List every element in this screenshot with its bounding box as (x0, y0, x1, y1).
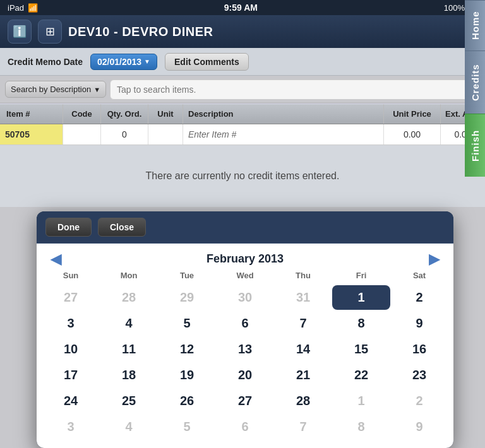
grid-icon: ⊞ (45, 25, 55, 38)
calendar-day-3-3[interactable]: 20 (216, 363, 274, 387)
calendar-day-3-1[interactable]: 18 (100, 363, 158, 387)
calendar-day-0-3: 30 (216, 285, 274, 310)
calendar-day-3-4[interactable]: 21 (274, 363, 332, 387)
calendar-day-0-1: 28 (100, 285, 158, 310)
calendar-week-5: 242526272812 (42, 389, 448, 413)
calendar-week-4: 17181920212223 (42, 363, 448, 387)
calendar-overlay: Done Close ◀ February 2013 ▶ Sun Mon Tue… (37, 211, 453, 448)
calendar-day-1-6[interactable]: 9 (390, 311, 448, 336)
col-header-code: Code (63, 104, 101, 124)
calendar-toolbar: Done Close (37, 211, 453, 244)
calendar-body: ◀ February 2013 ▶ Sun Mon Tue Wed Thu Fr… (37, 244, 453, 448)
col-header-unit: Unit (148, 104, 183, 124)
calendar-week-1: 272829303112 (42, 285, 448, 310)
cell-unit (148, 124, 183, 144)
right-sidebar: Home Credits Finish (465, 0, 485, 448)
header-bar: ℹ️ ⊞ DEV10 - DEVRO DINER (0, 15, 485, 48)
calendar-day-4-3[interactable]: 27 (216, 389, 274, 413)
calendar-day-2-0[interactable]: 10 (42, 337, 100, 362)
credit-memo-label: Credit Memo Date (8, 57, 83, 67)
calendar-day-5-3: 6 (216, 415, 274, 439)
calendar-day-4-0[interactable]: 24 (42, 389, 100, 413)
chevron-down-icon: ▼ (93, 86, 100, 93)
calendar-week-6: 3456789 (42, 415, 448, 439)
grid-button[interactable]: ⊞ (38, 20, 62, 44)
calendar-day-3-5[interactable]: 22 (332, 363, 390, 387)
status-left: iPad 📶 (8, 3, 38, 13)
info-icon: ℹ️ (13, 25, 27, 38)
calendar-day-2-6[interactable]: 16 (390, 337, 448, 362)
no-items-message: There are currently no credit items ente… (0, 145, 485, 207)
calendar-day-3-0[interactable]: 17 (42, 363, 100, 387)
cell-qty: 0 (101, 124, 148, 144)
calendar-day-2-3[interactable]: 13 (216, 337, 274, 362)
calendar-done-button[interactable]: Done (45, 218, 92, 237)
edit-comments-button[interactable]: Edit Comments (165, 53, 249, 71)
calendar-day-5-4: 7 (274, 415, 332, 439)
calendar-day-0-0: 27 (42, 285, 100, 310)
calendar-grid: Sun Mon Tue Wed Thu Fri Sat 272829303112… (37, 269, 453, 448)
sidebar-tab-credits[interactable]: Credits (465, 50, 485, 114)
status-bar: iPad 📶 9:59 AM 100% 🔋 (0, 0, 485, 15)
calendar-day-headers: Sun Mon Tue Wed Thu Fri Sat (42, 269, 448, 285)
col-header-description: Description (183, 104, 384, 124)
calendar-day-2-5[interactable]: 15 (332, 337, 390, 362)
calendar-month-title: February 2013 (207, 252, 284, 266)
calendar-day-1-4[interactable]: 7 (274, 311, 332, 336)
calendar-day-2-1[interactable]: 11 (100, 337, 158, 362)
day-header-tue: Tue (158, 271, 216, 280)
calendar-day-4-4[interactable]: 28 (274, 389, 332, 413)
calendar-day-1-1[interactable]: 4 (100, 311, 158, 336)
search-by-description-button[interactable]: Search by Description ▼ (5, 81, 106, 98)
credits-tab-label: Credits (470, 64, 481, 101)
calendar-day-3-2[interactable]: 19 (158, 363, 216, 387)
status-time: 9:59 AM (224, 3, 258, 13)
home-tab-label: Home (470, 11, 481, 40)
calendar-prev-button[interactable]: ◀ (45, 251, 66, 268)
sidebar-tab-home[interactable]: Home (465, 0, 485, 50)
day-header-mon: Mon (100, 271, 158, 280)
cell-item: 50705 (0, 124, 63, 144)
calendar-day-4-5: 1 (332, 389, 390, 413)
calendar-day-1-0[interactable]: 3 (42, 311, 100, 336)
wifi-icon: 📶 (28, 3, 38, 13)
calendar-week-2: 3456789 (42, 311, 448, 336)
toolbar: Credit Memo Date 02/01/2013 ▼ Edit Comme… (0, 48, 485, 76)
calendar-day-2-4[interactable]: 14 (274, 337, 332, 362)
day-header-thu: Thu (274, 271, 332, 280)
battery-label: 100% (444, 3, 465, 13)
credit-memo-date-value: 02/01/2013 (97, 57, 141, 67)
calendar-day-0-5[interactable]: 1 (332, 285, 390, 310)
calendar-day-3-6[interactable]: 23 (390, 363, 448, 387)
calendar-day-0-6[interactable]: 2 (390, 285, 448, 310)
day-header-sat: Sat (390, 271, 448, 280)
cell-description: Enter Item # (183, 124, 384, 144)
calendar-week-3: 10111213141516 (42, 337, 448, 362)
calendar-day-5-0: 3 (42, 415, 100, 439)
calendar-day-1-2[interactable]: 5 (158, 311, 216, 336)
calendar-day-1-3[interactable]: 6 (216, 311, 274, 336)
calendar-day-2-2[interactable]: 12 (158, 337, 216, 362)
col-header-item: Item # (0, 104, 63, 124)
calendar-day-5-6: 9 (390, 415, 448, 439)
calendar-day-1-5[interactable]: 8 (332, 311, 390, 336)
info-button[interactable]: ℹ️ (8, 20, 32, 44)
calendar-day-4-1[interactable]: 25 (100, 389, 158, 413)
credit-memo-date-button[interactable]: 02/01/2013 ▼ (90, 54, 157, 70)
col-header-unit-price: Unit Price (384, 104, 441, 124)
col-header-qty: Qty. Ord. (101, 104, 148, 124)
sidebar-tab-finish[interactable]: Finish (465, 114, 485, 177)
calendar-day-5-2: 5 (158, 415, 216, 439)
table-row[interactable]: 50705 0 Enter Item # 0.00 0.00 (0, 124, 485, 145)
search-bar: Search by Description ▼ (0, 76, 485, 103)
day-header-sun: Sun (42, 271, 100, 280)
ipad-label: iPad (8, 3, 24, 13)
calendar-day-5-1: 4 (100, 415, 158, 439)
calendar-close-button[interactable]: Close (98, 218, 146, 237)
search-input[interactable] (110, 80, 480, 100)
calendar-day-0-2: 29 (158, 285, 216, 310)
calendar-day-4-6: 2 (390, 389, 448, 413)
calendar-month-header: ◀ February 2013 ▶ (37, 244, 453, 269)
calendar-next-button[interactable]: ▶ (424, 251, 445, 268)
calendar-day-4-2[interactable]: 26 (158, 389, 216, 413)
